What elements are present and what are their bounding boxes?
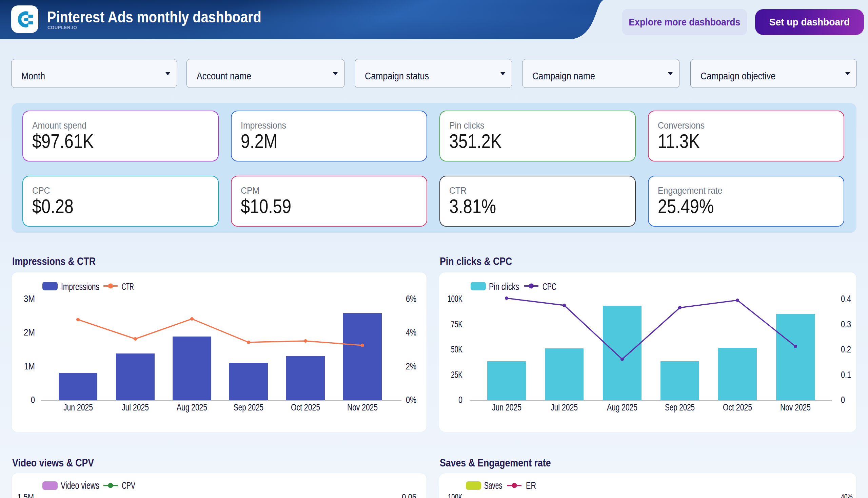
svg-text:Sep 2025: Sep 2025 [665, 402, 695, 412]
svg-text:Pin clicks: Pin clicks [489, 281, 519, 292]
svg-text:Sep 2025: Sep 2025 [233, 402, 264, 412]
svg-text:CPC: CPC [543, 281, 557, 292]
svg-text:Aug 2025: Aug 2025 [607, 402, 638, 412]
svg-text:Jun 2025: Jun 2025 [492, 402, 521, 412]
svg-text:0: 0 [458, 394, 463, 405]
svg-text:3M: 3M [24, 293, 35, 304]
svg-text:0.3: 0.3 [841, 319, 851, 329]
svg-text:0.2: 0.2 [841, 344, 851, 354]
svg-text:Nov 2025: Nov 2025 [347, 402, 378, 412]
svg-text:1M: 1M [24, 361, 35, 371]
svg-text:1.5M: 1.5M [17, 492, 34, 498]
svg-text:Jun 2025: Jun 2025 [63, 402, 93, 412]
svg-text:CPV: CPV [122, 480, 135, 491]
svg-text:100K: 100K [448, 492, 463, 498]
svg-text:50K: 50K [451, 344, 463, 354]
svg-text:ER: ER [526, 480, 536, 491]
svg-text:0: 0 [31, 394, 35, 405]
svg-text:Jul 2025: Jul 2025 [122, 402, 149, 412]
svg-text:0.06: 0.06 [402, 492, 416, 498]
svg-text:CTR: CTR [122, 281, 134, 292]
svg-text:2%: 2% [406, 361, 416, 371]
svg-text:0: 0 [841, 394, 845, 405]
svg-text:Nov 2025: Nov 2025 [780, 402, 811, 412]
svg-text:6%: 6% [406, 293, 416, 304]
svg-text:Video views: Video views [61, 480, 99, 491]
svg-text:40%: 40% [841, 492, 853, 498]
svg-text:Oct 2025: Oct 2025 [723, 402, 752, 412]
svg-text:100K: 100K [448, 293, 463, 304]
svg-text:Jul 2025: Jul 2025 [551, 402, 578, 412]
svg-text:0%: 0% [406, 394, 416, 405]
svg-text:25K: 25K [451, 369, 463, 380]
svg-text:75K: 75K [451, 319, 463, 329]
svg-text:Saves: Saves [484, 480, 502, 491]
svg-text:2M: 2M [24, 327, 35, 338]
svg-text:Aug 2025: Aug 2025 [177, 402, 207, 412]
svg-text:0.4: 0.4 [841, 293, 851, 304]
svg-text:Oct 2025: Oct 2025 [291, 402, 320, 412]
svg-text:0.1: 0.1 [841, 369, 851, 380]
svg-text:4%: 4% [406, 327, 416, 338]
svg-text:Impressions: Impressions [61, 281, 99, 292]
